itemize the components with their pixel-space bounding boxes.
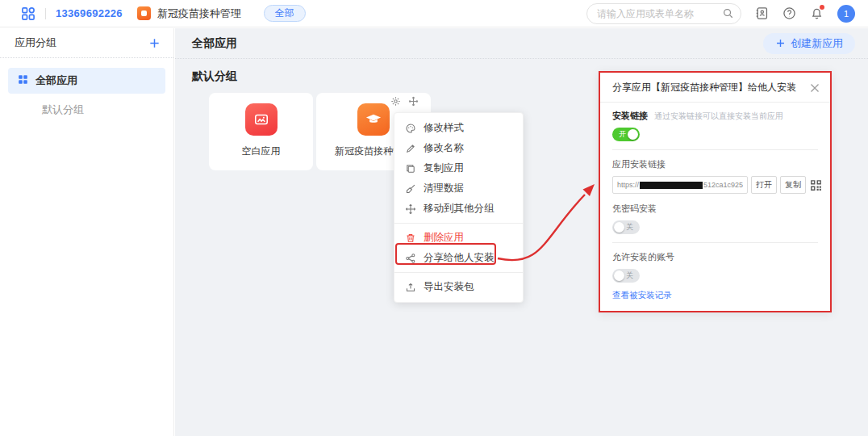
- pencil-icon: [405, 143, 416, 154]
- redaction-bar: [640, 182, 703, 189]
- section-divider: [612, 242, 818, 243]
- user-avatar[interactable]: 1: [837, 5, 855, 23]
- menu-item-export-package[interactable]: 导出安装包: [394, 277, 523, 297]
- graduation-cap-icon: [357, 103, 390, 136]
- notification-dot: [820, 5, 824, 10]
- search-icon[interactable]: [722, 7, 734, 23]
- view-install-records-link[interactable]: 查看被安装记录: [612, 290, 818, 301]
- sidebar-item-label: 全部应用: [35, 73, 77, 88]
- card-actions: [390, 96, 419, 107]
- menu-item-label: 复制应用: [424, 161, 464, 175]
- create-app-button[interactable]: 创建新应用: [763, 33, 855, 54]
- sidebar-item-all-apps[interactable]: 全部应用: [8, 68, 165, 94]
- menu-item-move-to-group[interactable]: 移动到其他分组: [394, 199, 523, 219]
- copy-button[interactable]: 复制: [780, 176, 806, 194]
- add-group-button[interactable]: [148, 37, 161, 49]
- menu-item-label: 移动到其他分组: [424, 202, 495, 216]
- allowed-accounts-label: 允许安装的账号: [612, 251, 818, 263]
- gear-icon[interactable]: [390, 96, 401, 107]
- install-link-hint: 通过安装链接可以直接安装当前应用: [654, 111, 783, 122]
- export-icon: [405, 282, 416, 293]
- current-app-icon[interactable]: [137, 6, 151, 20]
- password-install-toggle[interactable]: 关: [612, 220, 640, 234]
- menu-item-duplicate[interactable]: 复制应用: [394, 158, 523, 178]
- toggle-knob: [614, 222, 624, 233]
- menu-divider: [394, 223, 523, 224]
- sidebar-item-label: 默认分组: [42, 103, 84, 117]
- dialog-title: 分享应用【新冠疫苗接种管理】给他人安装: [612, 81, 796, 94]
- menu-item-label: 导出安装包: [424, 280, 474, 294]
- apps-grid-logo-icon[interactable]: [21, 6, 35, 21]
- section-divider: [612, 149, 818, 150]
- menu-item-label: 删除应用: [424, 231, 464, 245]
- workspace-phone[interactable]: 13369692226: [56, 7, 123, 19]
- bell-icon[interactable]: [810, 6, 824, 20]
- toggle-state-label: 开: [619, 129, 626, 140]
- app-window: 13369692226 新冠疫苗接种管理 全部: [0, 0, 868, 436]
- toggle-state-label: 关: [626, 270, 633, 281]
- topbar-divider: [45, 8, 46, 19]
- menu-item-label: 修改名称: [424, 141, 464, 155]
- app-card-blank[interactable]: 空白应用: [209, 93, 313, 170]
- help-icon[interactable]: [782, 6, 796, 20]
- menu-item-rename[interactable]: 修改名称: [394, 138, 523, 158]
- plus-icon: [775, 38, 786, 48]
- share-icon: [405, 253, 416, 264]
- create-app-label: 创建新应用: [791, 36, 843, 51]
- brush-icon: [405, 183, 416, 195]
- close-icon[interactable]: [810, 83, 820, 93]
- menu-item-modify-style[interactable]: 修改样式: [394, 118, 523, 138]
- share-dialog: 分享应用【新冠疫苗接种管理】给他人安装 安装链接 通过安装链接可以直接安装当前应…: [599, 71, 832, 312]
- menu-divider: [394, 272, 523, 273]
- move-icon[interactable]: [408, 96, 419, 107]
- trash-icon: [405, 233, 416, 244]
- install-url-field[interactable]: https:// 512ca1c925540e07a78...: [612, 176, 748, 194]
- open-button[interactable]: 打开: [751, 176, 777, 194]
- page-title: 全部应用: [192, 36, 237, 51]
- menu-item-label: 分享给他人安装: [424, 251, 495, 265]
- install-link-toggle[interactable]: 开: [612, 128, 640, 141]
- menu-item-delete-app[interactable]: 删除应用: [394, 228, 523, 248]
- url-suffix: 512ca1c925540e07a78...: [703, 181, 743, 189]
- app-name: 空白应用: [242, 145, 281, 158]
- copy-icon: [405, 163, 416, 174]
- toggle-knob: [614, 270, 624, 281]
- toggle-state-label: 关: [626, 222, 633, 233]
- app-install-link-label: 应用安装链接: [612, 158, 818, 170]
- url-prefix: https://: [617, 181, 639, 189]
- current-app-name[interactable]: 新冠疫苗接种管理: [157, 6, 241, 21]
- install-link-label: 安装链接: [612, 110, 648, 122]
- context-menu: 修改样式 修改名称 复制应用 清理数据 移动到其他分组: [394, 112, 524, 303]
- move-icon: [405, 203, 416, 215]
- password-install-label: 凭密码安装: [612, 203, 818, 215]
- scope-pill-all[interactable]: 全部: [264, 5, 306, 22]
- sidebar-title: 应用分组: [15, 36, 56, 50]
- search-input[interactable]: [586, 3, 741, 24]
- grid-icon: [18, 74, 28, 87]
- toggle-knob: [628, 129, 638, 140]
- contacts-icon[interactable]: [755, 6, 769, 20]
- menu-item-share-install[interactable]: 分享给他人安装: [394, 248, 523, 268]
- menu-item-label: 修改样式: [424, 121, 464, 135]
- allowed-accounts-toggle[interactable]: 关: [612, 269, 640, 283]
- sidebar-item-default-group[interactable]: 默认分组: [8, 97, 165, 123]
- menu-item-label: 清理数据: [424, 182, 464, 195]
- menu-item-clear-data[interactable]: 清理数据: [394, 178, 523, 199]
- image-icon: [245, 103, 278, 136]
- qr-code-icon[interactable]: [809, 178, 823, 192]
- sidebar: 应用分组 全部应用 默认分组: [0, 28, 174, 436]
- topbar: 13369692226 新冠疫苗接种管理 全部: [0, 0, 868, 27]
- search-box: [586, 3, 741, 24]
- palette-icon: [405, 123, 416, 134]
